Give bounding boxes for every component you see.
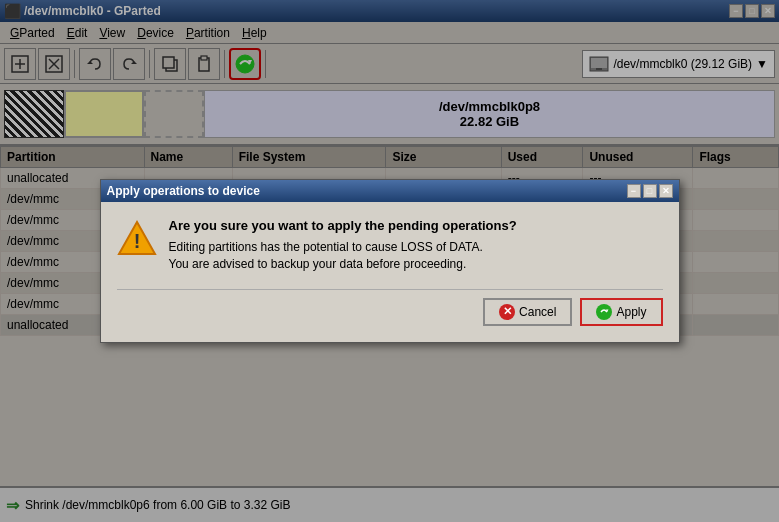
modal-title-bar: Apply operations to device − □ ✕ (101, 180, 679, 202)
modal-dialog: Apply operations to device − □ ✕ ! Are y… (100, 179, 680, 343)
cancel-icon: ✕ (499, 304, 515, 320)
modal-title: Apply operations to device (107, 184, 260, 198)
modal-restore-button[interactable]: □ (643, 184, 657, 198)
modal-buttons: ✕ Cancel Apply (117, 289, 663, 326)
modal-minimize-button[interactable]: − (627, 184, 641, 198)
cancel-label: Cancel (519, 305, 556, 319)
modal-body-line2: You are advised to backup your data befo… (169, 256, 517, 273)
apply-confirm-button[interactable]: Apply (580, 298, 662, 326)
modal-body-line1: Editing partitions has the potential to … (169, 239, 517, 256)
apply-label: Apply (616, 305, 646, 319)
modal-heading: Are you sure you want to apply the pendi… (169, 218, 517, 233)
modal-close-button[interactable]: ✕ (659, 184, 673, 198)
cancel-button[interactable]: ✕ Cancel (483, 298, 572, 326)
modal-title-controls: − □ ✕ (627, 184, 673, 198)
modal-overlay: Apply operations to device − □ ✕ ! Are y… (0, 0, 779, 522)
apply-icon (596, 304, 612, 320)
modal-text: Are you sure you want to apply the pendi… (169, 218, 517, 273)
svg-text:!: ! (133, 230, 140, 252)
modal-body: ! Are you sure you want to apply the pen… (101, 202, 679, 342)
warning-icon: ! (117, 218, 157, 258)
svg-point-19 (598, 306, 610, 318)
modal-warning-row: ! Are you sure you want to apply the pen… (117, 218, 663, 273)
